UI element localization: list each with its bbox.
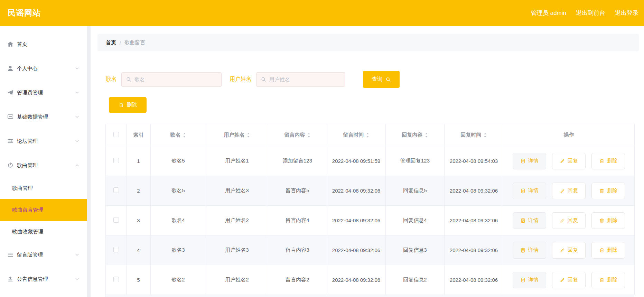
column-header-reply[interactable]: 回复内容 [386, 124, 445, 146]
reply-button[interactable]: 回复 [552, 212, 586, 229]
column-header-content[interactable]: 留言内容 [268, 124, 327, 146]
row-checkbox[interactable] [113, 247, 119, 252]
sidebar-item-song[interactable]: 歌曲管理 [0, 153, 87, 177]
row-delete-button[interactable]: 删除 [591, 272, 625, 288]
sort-icon[interactable] [307, 132, 311, 138]
detail-button[interactable]: 详情 [513, 183, 546, 199]
cell-reply-time: 2022-04-08 09:32:06 [445, 265, 503, 295]
song-name-input[interactable] [134, 76, 217, 82]
logout-link[interactable]: 退出登录 [615, 9, 638, 17]
messages-table-wrap: 索引 歌名 用户姓名 留言内容 留言时间 回复内容 回复时间 操作 1 歌名5 … [105, 124, 634, 297]
cell-actions: 详情 回复 删除 [503, 146, 635, 176]
cell-select [106, 146, 127, 176]
cell-reply-time: 2022-04-08 09:32:06 [445, 235, 503, 265]
column-header-song[interactable]: 歌名 [151, 124, 206, 146]
column-header-label: 用户姓名 [224, 132, 245, 138]
sidebar-item-profile[interactable]: 个人中心 [0, 56, 87, 81]
cell-user: 用户姓名2 [206, 206, 268, 235]
sort-icon[interactable] [424, 132, 428, 138]
table-row: 5 歌名2 用户姓名2 留言内容2 2022-04-08 09:32:06 回复… [106, 265, 635, 295]
column-header-label: 索引 [133, 132, 144, 138]
delete-label: 删除 [607, 217, 617, 224]
search-filter-bar: 歌名 用户姓名 查询 [106, 71, 400, 88]
cell-index: 4 [127, 235, 151, 265]
sidebar-item-label: 首页 [17, 41, 80, 48]
row-delete-button[interactable]: 删除 [591, 183, 625, 199]
row-delete-button[interactable]: 删除 [591, 153, 625, 169]
column-header-reply-time[interactable]: 回复时间 [445, 124, 503, 146]
sidebar-subitem-song-manage[interactable]: 歌曲管理 [0, 177, 87, 199]
reply-label: 回复 [568, 247, 578, 253]
reply-button[interactable]: 回复 [552, 183, 586, 199]
sidebar-item-admin-manage[interactable]: 管理员管理 [0, 81, 87, 105]
detail-button[interactable]: 详情 [513, 212, 546, 229]
cell-reply: 回复信息3 [386, 235, 445, 265]
breadcrumb-home-link[interactable]: 首页 [106, 39, 116, 46]
cell-index: 2 [127, 176, 151, 206]
select-all-checkbox[interactable] [113, 132, 119, 137]
detail-button[interactable]: 详情 [513, 153, 546, 169]
sidebar-item-label: 公告信息管理 [17, 276, 75, 282]
column-header-ops: 操作 [503, 124, 635, 146]
sort-icon[interactable] [183, 132, 186, 138]
cell-song: 歌名3 [151, 235, 206, 265]
row-delete-button[interactable]: 删除 [591, 242, 625, 259]
row-checkbox[interactable] [113, 158, 119, 163]
select-all-header[interactable] [106, 124, 127, 146]
sidebar-subitem-label: 歌曲管理 [12, 185, 33, 192]
sidebar-subitem-song-favorite[interactable]: 歌曲收藏管理 [0, 221, 87, 243]
table-row: 2 歌名5 用户姓名3 留言内容5 2022-04-08 09:32:06 回复… [106, 176, 635, 206]
detail-button[interactable]: 详情 [513, 272, 546, 288]
user-name-field[interactable] [256, 72, 345, 87]
song-name-field[interactable] [121, 72, 222, 87]
next-row-partial [105, 295, 634, 297]
column-header-time[interactable]: 留言时间 [327, 124, 386, 146]
detail-label: 详情 [528, 217, 539, 224]
reply-button[interactable]: 回复 [552, 242, 586, 259]
cell-reply: 回复信息2 [386, 265, 445, 295]
pencil-icon [560, 188, 565, 194]
sort-icon[interactable] [366, 132, 370, 138]
cell-song: 歌名4 [151, 206, 206, 235]
sidebar-subitem-song-comment[interactable]: 歌曲留言管理 [0, 199, 87, 221]
cell-time: 2022-04-08 09:32:06 [327, 206, 386, 235]
cell-content: 留言内容5 [268, 176, 327, 206]
detail-label: 详情 [528, 158, 539, 164]
search-icon [261, 76, 267, 82]
trash-icon [599, 218, 605, 223]
user-name-input[interactable] [269, 76, 340, 82]
row-checkbox[interactable] [113, 187, 119, 193]
column-header-user[interactable]: 用户姓名 [206, 124, 268, 146]
column-header-label: 操作 [564, 132, 574, 138]
sidebar-item-message-board[interactable]: 留言版管理 [0, 243, 87, 267]
reply-button[interactable]: 回复 [552, 272, 586, 288]
sidebar-nav: 首页 个人中心 管理员管理 基础数据管理 论坛管理 歌曲管理 歌曲管理 歌曲留言… [0, 26, 87, 297]
sidebar-item-forum[interactable]: 论坛管理 [0, 129, 87, 153]
sidebar-item-home[interactable]: 首页 [0, 32, 87, 56]
detail-button[interactable]: 详情 [513, 242, 546, 259]
delete-label: 删除 [607, 187, 617, 194]
sidebar-item-notice[interactable]: 公告信息管理 [0, 267, 87, 291]
sort-icon[interactable] [483, 132, 487, 138]
row-delete-button[interactable]: 删除 [591, 212, 625, 229]
trash-icon [599, 248, 605, 253]
message-icon [7, 113, 14, 120]
main-content: 首页 / 歌曲留言 歌名 用户姓名 查询 删除 [91, 26, 644, 297]
table-row: 4 歌名3 用户姓名3 留言内容3 2022-04-08 09:32:06 回复… [106, 235, 635, 265]
row-checkbox[interactable] [113, 277, 119, 282]
sidebar-item-base-data[interactable]: 基础数据管理 [0, 105, 87, 129]
chevron-down-icon [75, 66, 80, 71]
search-button[interactable]: 查询 [363, 71, 400, 88]
bulk-delete-button[interactable]: 删除 [109, 97, 147, 113]
delete-label: 删除 [607, 247, 617, 253]
row-checkbox[interactable] [113, 217, 119, 223]
sidebar-item-label: 留言版管理 [17, 252, 75, 258]
cell-user: 用户姓名3 [206, 176, 268, 206]
sliders-icon [7, 138, 14, 145]
cell-content: 留言内容3 [268, 235, 327, 265]
reply-button[interactable]: 回复 [552, 153, 586, 169]
exit-to-front-link[interactable]: 退出到前台 [576, 9, 605, 17]
cell-reply-time: 2022-04-08 09:32:06 [445, 176, 503, 206]
sort-icon[interactable] [246, 132, 250, 138]
stamp-icon [7, 276, 14, 282]
